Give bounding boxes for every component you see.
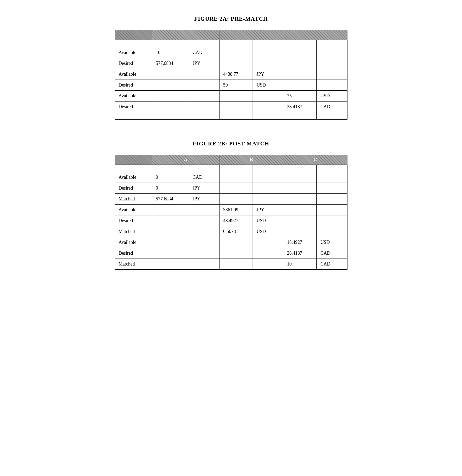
table-row — [115, 112, 347, 120]
cell — [219, 40, 253, 47]
cell-b-val — [219, 172, 253, 183]
cell-c-val: 28.4187 — [283, 248, 317, 259]
row-label: Desired — [115, 183, 152, 194]
row-label: Desired — [115, 102, 152, 112]
header-col-empty — [115, 155, 152, 165]
cell-b-val — [219, 248, 253, 259]
cell-c-cur — [317, 194, 347, 205]
cell — [283, 112, 317, 120]
cell-c-val — [283, 58, 317, 69]
cell-c-val: 25 — [283, 91, 317, 102]
cell-a-val: 10 — [152, 47, 189, 58]
cell-b-val: 4438.77 — [219, 69, 253, 80]
table-row: Desired 50 USD — [115, 80, 347, 91]
figure-2a-table: Available 10 CAD Desired 577.6834 JPY — [115, 30, 347, 120]
cell-b-val — [219, 194, 253, 205]
cell-b-val: 6.5073 — [219, 226, 253, 237]
cell-a-cur — [189, 102, 219, 112]
cell — [219, 165, 253, 172]
table-row — [115, 40, 347, 47]
row-label: Matched — [115, 194, 152, 205]
cell-b-cur — [253, 91, 283, 102]
row-label: Available — [115, 91, 152, 102]
header-col-a: A — [152, 155, 219, 165]
table-row: Available 3861.09 JPY — [115, 205, 347, 215]
cell-a-cur — [189, 237, 219, 248]
cell-b-val — [219, 102, 253, 112]
cell-c-cur: USD — [317, 237, 347, 248]
cell-b-cur: USD — [253, 80, 283, 91]
row-label: Desired — [115, 215, 152, 226]
cell — [152, 112, 189, 120]
row-label: Matched — [115, 226, 152, 237]
table-row: Desired 577.6834 JPY — [115, 58, 347, 69]
table-row: Desired 0 JPY — [115, 183, 347, 194]
row-label: Desired — [115, 248, 152, 259]
cell-b-cur — [253, 172, 283, 183]
cell-c-cur — [317, 215, 347, 226]
table-row: Desired 38.4187 CAD — [115, 102, 347, 112]
header-col-b — [219, 30, 283, 40]
header-col-a — [152, 30, 219, 40]
cell-a-val: 0 — [152, 183, 189, 194]
cell-a-val: 577.6834 — [152, 58, 189, 69]
row-label: Desired — [115, 80, 152, 91]
cell-b-cur: JPY — [253, 69, 283, 80]
cell-a-val — [152, 69, 189, 80]
cell — [115, 165, 152, 172]
cell-a-val — [152, 205, 189, 215]
row-label: Available — [115, 237, 152, 248]
cell-b-cur — [253, 248, 283, 259]
header-col-c — [283, 30, 347, 40]
table-row: Desired 43.4927 USD — [115, 215, 347, 226]
cell-a-val — [152, 80, 189, 91]
cell — [189, 165, 219, 172]
cell-b-cur — [253, 47, 283, 58]
cell-a-val — [152, 237, 189, 248]
cell-b-val — [219, 237, 253, 248]
cell-a-cur — [189, 69, 219, 80]
table-row: Available 25 USD — [115, 91, 347, 102]
cell-b-val: 43.4927 — [219, 215, 253, 226]
cell-a-cur: CAD — [189, 47, 219, 58]
cell-a-cur — [189, 91, 219, 102]
cell-b-val — [219, 47, 253, 58]
row-label: Matched — [115, 259, 152, 270]
cell-b-val — [219, 183, 253, 194]
cell-c-val: 10 — [283, 259, 317, 270]
cell — [115, 112, 152, 120]
cell-c-cur: CAD — [317, 248, 347, 259]
cell-a-cur: JPY — [189, 58, 219, 69]
cell — [115, 40, 152, 47]
cell-c-cur — [317, 47, 347, 58]
cell-c-val — [283, 172, 317, 183]
cell-b-cur — [253, 58, 283, 69]
cell — [283, 165, 317, 172]
cell-c-cur — [317, 226, 347, 237]
row-label: Available — [115, 205, 152, 215]
cell-a-val — [152, 91, 189, 102]
cell-b-cur: USD — [253, 226, 283, 237]
figure-2b-section: FIGURE 2B: POST MATCH A B C Ava — [115, 140, 347, 270]
cell — [253, 165, 283, 172]
cell-c-val — [283, 69, 317, 80]
row-label: Available — [115, 172, 152, 183]
table-row: Available 0 CAD — [115, 172, 347, 183]
header-col-b: B — [219, 155, 283, 165]
table-row: Desired 28.4187 CAD — [115, 248, 347, 259]
header-col-empty — [115, 30, 152, 40]
cell-c-cur: USD — [317, 91, 347, 102]
cell — [219, 112, 253, 120]
cell-c-cur — [317, 172, 347, 183]
cell-b-cur: JPY — [253, 205, 283, 215]
cell-a-cur — [189, 259, 219, 270]
cell-b-cur — [253, 259, 283, 270]
cell-a-cur — [189, 215, 219, 226]
cell — [317, 40, 347, 47]
figure-2b-table: A B C Available 0 CAD — [115, 155, 347, 270]
cell-a-val — [152, 102, 189, 112]
table-row — [115, 165, 347, 172]
cell-c-val — [283, 205, 317, 215]
cell-a-val: 0 — [152, 172, 189, 183]
table-row: Available 18.4927 USD — [115, 237, 347, 248]
